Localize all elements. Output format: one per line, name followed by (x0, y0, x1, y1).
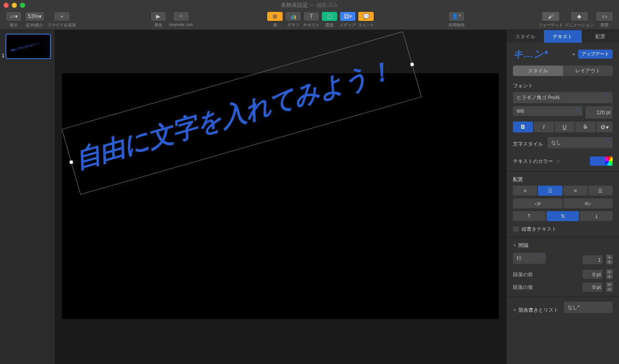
paragraph-style-name[interactable]: キ…ン* (513, 47, 570, 61)
tab-arrange[interactable]: 配置 (582, 30, 619, 43)
slide[interactable]: 自由に文字を入れてみよう！ (62, 73, 499, 319)
document-name: 名称未設定 (281, 2, 308, 8)
minimize-window-button[interactable] (12, 3, 17, 8)
play-button[interactable]: ▶再生 (150, 11, 167, 28)
subtab-layout[interactable]: レイアウト (563, 66, 613, 76)
space-before-label: 段落の前 (513, 271, 538, 278)
animate-button[interactable]: ◆アニメーション (565, 11, 594, 28)
format-button[interactable]: 🖌フォーマット (538, 11, 563, 28)
canvas[interactable]: 自由に文字を入れてみよう！ (55, 30, 506, 364)
underline-button[interactable]: U (555, 121, 575, 132)
media-button[interactable]: 🖼▾メディア (340, 11, 356, 28)
valign-bottom-button[interactable]: ⤓ (580, 211, 613, 221)
vertical-text-label: 縦書きテキスト (522, 226, 557, 233)
line-spacing-value[interactable] (583, 255, 603, 264)
bold-button[interactable]: B (513, 121, 533, 132)
font-size-input[interactable] (585, 106, 613, 119)
format-inspector: スタイル テキスト 配置 キ…ン* ▾ アップデート スタイル レイアウト フォ… (506, 30, 619, 364)
valign-middle-button[interactable]: ⇅ (547, 211, 579, 221)
document-button[interactable]: ▭書類 (595, 11, 614, 28)
view-button[interactable]: ▭▾表示 (5, 11, 22, 28)
text-content[interactable]: 自由に文字を入れてみよう！ (66, 53, 396, 178)
alignment-label: 配置 (513, 176, 613, 183)
thumbnail-text: 自由に文字を入れてみよう！ (10, 42, 39, 52)
bullets-select[interactable]: なし* (564, 302, 613, 313)
comment-button[interactable]: 💬コメント (358, 11, 374, 28)
text-sub-tabs: スタイル レイアウト (513, 66, 613, 76)
space-before-value[interactable] (583, 270, 603, 279)
space-after-label: 段落の後 (513, 284, 538, 291)
align-left-button[interactable]: ≡ (513, 186, 537, 196)
strikethrough-button[interactable]: S (575, 121, 595, 132)
text-box-selected[interactable]: 自由に文字を入れてみよう！ (61, 31, 421, 194)
keynote-live-button[interactable]: ⌔Keynote Live (169, 11, 193, 27)
table-button[interactable]: ⊞表 (267, 11, 283, 28)
maximize-window-button[interactable] (20, 3, 25, 8)
close-window-button[interactable] (4, 3, 9, 8)
align-center-button[interactable]: ☰ (538, 186, 562, 196)
valign-top-button[interactable]: ⤒ (513, 211, 546, 221)
line-spacing-select[interactable]: 行 (513, 253, 546, 264)
italic-button[interactable]: I (534, 121, 554, 132)
char-style-label: 文字スタイル (513, 141, 544, 147)
vertical-text-checkbox[interactable] (513, 226, 519, 232)
chart-button[interactable]: グラフ (285, 11, 301, 28)
font-section-label: フォント (513, 82, 613, 89)
char-style-select[interactable]: なし (548, 137, 613, 148)
align-right-button[interactable]: ≡ (563, 186, 588, 196)
slide-thumbnail-1[interactable]: 1 自由に文字を入れてみよう！ (5, 34, 51, 59)
inspector-main-tabs: スタイル テキスト 配置 (507, 30, 619, 43)
indent-button[interactable]: ≡▷ (563, 198, 613, 208)
resize-handle-right[interactable] (410, 62, 414, 66)
spacing-label: 間隔 (518, 242, 528, 249)
space-after-value[interactable] (583, 283, 603, 292)
font-weight-select[interactable]: W6 (513, 106, 583, 116)
update-style-button[interactable]: アップデート (578, 50, 613, 59)
text-button[interactable]: Tテキスト (303, 11, 320, 28)
window-title: 名称未設定 — 編集済み (281, 1, 339, 9)
tab-style[interactable]: スタイル (507, 30, 544, 43)
text-color-swatch[interactable] (590, 157, 613, 166)
traffic-lights (4, 3, 25, 8)
subtab-style[interactable]: スタイル (513, 66, 563, 76)
advanced-font-button[interactable]: ⚙▾ (596, 121, 613, 132)
zoom-button[interactable]: 53%▾拡大/縮小 (25, 11, 45, 28)
slide-number: 1 (2, 53, 5, 58)
line-spacing-stepper[interactable]: ▴▾ (606, 255, 613, 265)
disclosure-triangle-icon[interactable]: ▼ (513, 243, 517, 248)
toolbar: ▭▾表示 53%▾拡大/縮小 ＋スライドを追加 ▶再生 ⌔Keynote Liv… (0, 10, 619, 30)
disclosure-triangle-icon[interactable]: ▼ (513, 308, 517, 312)
color-stepper-icon[interactable]: ◇ (557, 159, 560, 163)
bullets-label: 箇条書きとリスト (518, 307, 558, 313)
edited-indicator: — 編集済み (310, 2, 338, 8)
font-family-select[interactable]: ヒラギノ角ゴ ProN (513, 92, 613, 103)
tab-text[interactable]: テキスト (544, 30, 581, 43)
space-after-stepper[interactable]: ▴▾ (606, 282, 613, 292)
space-before-stepper[interactable]: ▴▾ (606, 269, 613, 279)
align-justify-button[interactable]: ☰ (589, 186, 613, 196)
slide-navigator: 1 自由に文字を入れてみよう！ (0, 30, 55, 364)
collaborate-button[interactable]: 👤⁺共同制作 (448, 11, 465, 28)
shape-button[interactable]: ▢図形 (321, 11, 338, 28)
outdent-button[interactable]: ◁≡ (513, 198, 563, 208)
add-slide-button[interactable]: ＋スライドを追加 (47, 11, 76, 28)
chevron-down-icon[interactable]: ▾ (573, 51, 575, 57)
titlebar: 名称未設定 — 編集済み (0, 0, 619, 10)
text-color-label: テキストのカラー (513, 158, 553, 165)
